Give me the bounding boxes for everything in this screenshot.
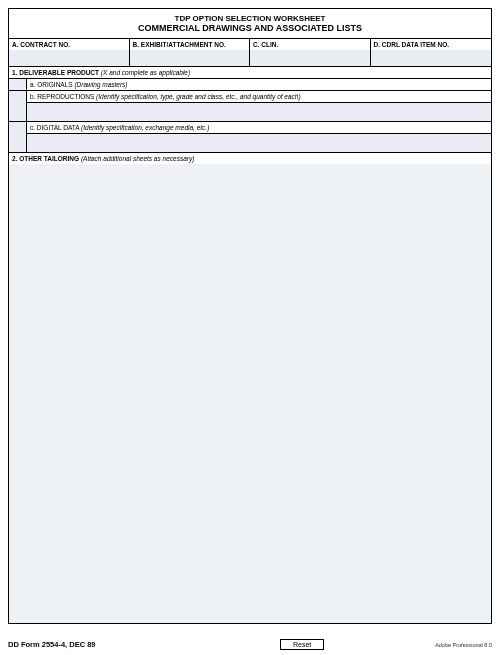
footer: DD Form 2554-4, DEC 89 Reset Adobe Profe… [8, 640, 492, 649]
label-1a: a. ORIGINALS (Drawing masters) [27, 79, 491, 90]
adobe-label: Adobe Professional 8.0 [435, 642, 492, 648]
label-1c: c. DIGITAL DATA (Identify specification,… [27, 122, 491, 134]
field-cdrl-data-item-no[interactable]: D. CDRL DATA ITEM NO. [371, 39, 492, 66]
section-1-label: 1. DELIVERABLE PRODUCT [12, 69, 99, 76]
checkbox-1c[interactable] [9, 122, 27, 152]
form-page: TDP OPTION SELECTION WORKSHEET COMMERCIA… [8, 8, 492, 624]
section-2-title: 2. OTHER TAILORING (Attach additional sh… [9, 153, 491, 164]
section-1-hint: (X and complete as applicable) [101, 69, 190, 76]
row-1b: b. REPRODUCTIONS (Identify specification… [9, 91, 491, 122]
section-2[interactable]: 2. OTHER TAILORING (Attach additional sh… [9, 153, 491, 623]
label-1b-text: b. REPRODUCTIONS [30, 93, 94, 100]
input-1b[interactable] [27, 103, 491, 121]
field-contract-no[interactable]: A. CONTRACT NO. [9, 39, 130, 66]
label-1a-hint: (Drawing masters) [74, 81, 127, 88]
row-1a: a. ORIGINALS (Drawing masters) [9, 79, 491, 91]
header-title-1: TDP OPTION SELECTION WORKSHEET [9, 14, 491, 23]
section-1-title: 1. DELIVERABLE PRODUCT (X and complete a… [9, 67, 491, 79]
form-id: DD Form 2554-4, DEC 89 [8, 640, 96, 649]
field-clin[interactable]: C. CLIN. [250, 39, 371, 66]
row-1c: c. DIGITAL DATA (Identify specification,… [9, 122, 491, 153]
checkbox-1a[interactable] [9, 79, 27, 90]
label-1a-text: a. ORIGINALS [30, 81, 73, 88]
label-1c-hint: (Identify specification, exchange media,… [81, 124, 209, 131]
row-abcd: A. CONTRACT NO. B. EXHIBIT/ATTACHMENT NO… [9, 39, 491, 67]
input-1c[interactable] [27, 134, 491, 152]
field-exhibit-attachment-no[interactable]: B. EXHIBIT/ATTACHMENT NO. [130, 39, 251, 66]
label-1b-hint: (Identify specification, type, grade and… [96, 93, 301, 100]
header-title-2: COMMERCIAL DRAWINGS AND ASSOCIATED LISTS [9, 23, 491, 33]
section-2-label: 2. OTHER TAILORING [12, 155, 79, 162]
label-1b: b. REPRODUCTIONS (Identify specification… [27, 91, 491, 103]
label-1c-text: c. DIGITAL DATA [30, 124, 79, 131]
form-header: TDP OPTION SELECTION WORKSHEET COMMERCIA… [9, 9, 491, 39]
reset-button[interactable]: Reset [280, 639, 324, 650]
checkbox-1b[interactable] [9, 91, 27, 121]
section-2-hint: (Attach additional sheets as necessary) [81, 155, 194, 162]
